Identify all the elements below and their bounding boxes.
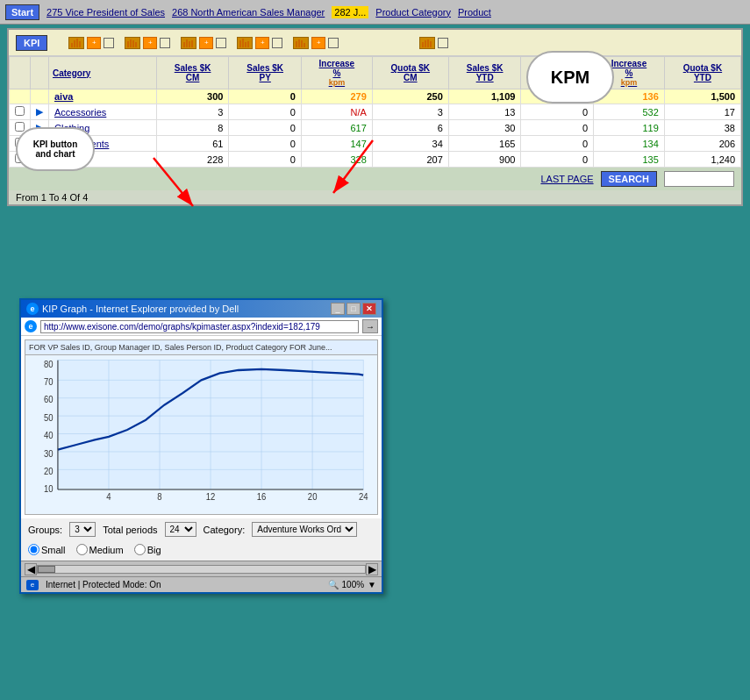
td-category-acc[interactable]: Accessories — [49, 104, 157, 120]
nav-item-category[interactable]: Product Category — [375, 7, 451, 18]
ie-status-bar: e Internet | Protected Mode: On 🔍 100% ▼ — [21, 576, 382, 592]
bar-chart-icon-2[interactable] — [125, 37, 140, 49]
radio-big-input[interactable] — [134, 544, 146, 555]
check-6[interactable] — [438, 38, 448, 48]
th-quota-ytd: Quota $K YTD — [664, 57, 740, 89]
svg-rect-14 — [245, 42, 246, 47]
scroll-left-btn[interactable]: ◀ — [25, 563, 37, 575]
svg-text:60: 60 — [44, 395, 54, 404]
th-sales-ytd: Sales $K YTD — [448, 57, 521, 89]
td-checkbox-acc[interactable] — [10, 104, 31, 120]
svg-text:4: 4 — [106, 492, 111, 502]
td-category-total[interactable]: aiva — [49, 89, 157, 104]
svg-rect-22 — [427, 39, 429, 47]
check-1[interactable] — [104, 38, 114, 48]
svg-text:12: 12 — [206, 492, 216, 502]
last-page-link[interactable]: LAST PAGE — [540, 174, 593, 184]
kpi-annotation-bubble: KPI button and chart — [16, 127, 95, 171]
svg-rect-7 — [135, 42, 137, 47]
td-sales-cm-acc: 3 — [156, 104, 229, 120]
radio-medium-label: Medium — [89, 545, 124, 555]
radio-big[interactable]: Big — [134, 544, 161, 555]
td-arrow-acc[interactable]: ▶ — [31, 104, 49, 120]
chart-area: FOR VP Sales ID, Group Manager ID, Sales… — [25, 339, 378, 515]
td-sales-py-bikes: 0 — [229, 152, 302, 168]
plus-icon-2[interactable]: + — [143, 37, 157, 49]
td-sales-ytd-total: 1,109 — [448, 89, 521, 104]
td-increase-ytd-clo: 119 — [594, 120, 665, 136]
kpi-button[interactable]: KPI — [16, 35, 47, 51]
bar-chart-icon-5[interactable] — [293, 37, 309, 49]
bar-chart-icon-4[interactable] — [237, 37, 253, 49]
check-2[interactable] — [160, 38, 170, 48]
check-5[interactable] — [328, 38, 339, 48]
main-area: KPI + + + + — [7, 28, 743, 206]
radio-controls: Small Medium Big — [21, 540, 382, 561]
minimize-button[interactable]: _ — [331, 303, 345, 315]
icons-group-4: + — [237, 37, 282, 49]
plus-icon-3[interactable]: + — [199, 37, 213, 49]
table-header-row: Category Sales $K CM Sales $K PY Increas… — [10, 57, 741, 89]
radio-medium-input[interactable] — [76, 544, 88, 555]
nav-item-vp[interactable]: 275 Vice President of Sales — [46, 7, 165, 18]
ie-address-icon: e — [25, 320, 37, 332]
td-sales-ytd-acc: 13 — [448, 104, 521, 120]
td-quota-cm-comp: 34 — [372, 136, 448, 152]
th-category: Category — [49, 57, 157, 89]
nav-item-product[interactable]: Product — [458, 7, 491, 18]
icons-group-5: + — [293, 37, 339, 49]
periods-select[interactable]: 24 — [165, 522, 196, 537]
ie-zoom-dropdown[interactable]: ▼ — [368, 580, 376, 589]
th-quota-cm: Quota $K CM — [372, 57, 448, 89]
groups-select[interactable]: 3 — [69, 522, 96, 537]
bar-chart-icon-6[interactable] — [419, 37, 435, 49]
ie-address-input[interactable] — [40, 320, 359, 333]
ie-status-icon: e — [26, 580, 39, 590]
td-increase-comp: 147 — [301, 136, 372, 152]
ie-go-button[interactable]: → — [362, 319, 378, 333]
td-increase-ytd-bikes: 135 — [594, 152, 665, 168]
nav-item-highlight[interactable]: 282 J... — [332, 6, 368, 18]
ie-address-bar: e → — [21, 318, 382, 336]
td-quota-cm-total: 250 — [372, 89, 448, 104]
category-select[interactable]: Adventure Works Orders (A — [252, 522, 357, 537]
scroll-right-btn[interactable]: ▶ — [366, 563, 378, 575]
check-3[interactable] — [216, 38, 226, 48]
start-button[interactable]: Start — [5, 4, 39, 20]
radio-small-input[interactable] — [28, 544, 39, 555]
td-arrow-total — [31, 89, 49, 104]
ie-scrollbar[interactable]: ◀ ▶ — [21, 561, 382, 576]
svg-rect-19 — [304, 43, 305, 47]
ie-title-bar: e KIP Graph - Internet Explorer provided… — [21, 300, 382, 318]
nav-item-mgr[interactable]: 268 North American Sales Manager — [172, 7, 325, 18]
td-sales-py-total: 0 — [229, 89, 302, 104]
scrollbar-track[interactable] — [37, 565, 366, 574]
ie-zoom-control[interactable]: 🔍 100% ▼ — [328, 580, 376, 589]
radio-medium[interactable]: Medium — [76, 544, 124, 555]
search-button[interactable]: SEARCH — [601, 171, 657, 187]
ie-zoom-icon: 🔍 — [328, 580, 339, 589]
plus-icon-5[interactable]: + — [311, 37, 325, 49]
table-row-components: ▶ Components 61 0 147 34 165 0 134 206 — [10, 136, 741, 152]
th-checkbox — [10, 57, 31, 89]
plus-icon-1[interactable]: + — [87, 37, 101, 49]
td-quota-ytd-clo: 38 — [664, 120, 740, 136]
close-button[interactable]: ✕ — [362, 303, 376, 315]
td-quota-ytd-total: 1,500 — [664, 89, 740, 104]
radio-small[interactable]: Small — [28, 544, 66, 555]
page-info: From 1 To 4 Of 4 — [16, 192, 88, 203]
check-4[interactable] — [272, 38, 282, 48]
svg-rect-17 — [298, 39, 300, 47]
scrollbar-thumb[interactable] — [38, 566, 55, 573]
bar-chart-icon-1[interactable] — [68, 37, 84, 49]
search-input[interactable] — [664, 171, 734, 187]
plus-icon-4[interactable]: + — [255, 37, 269, 49]
svg-rect-9 — [186, 39, 188, 47]
svg-rect-13 — [242, 39, 244, 47]
restore-button[interactable]: □ — [346, 303, 361, 315]
svg-rect-4 — [127, 41, 129, 47]
chart-controls: Groups: 3 Total periods 24 Category: Adv… — [21, 518, 382, 540]
bar-chart-icon-3[interactable] — [181, 37, 196, 49]
browser-top-bar: Start 275 Vice President of Sales 268 No… — [0, 0, 750, 25]
ie-title-text: KIP Graph - Internet Explorer provided b… — [42, 304, 239, 314]
